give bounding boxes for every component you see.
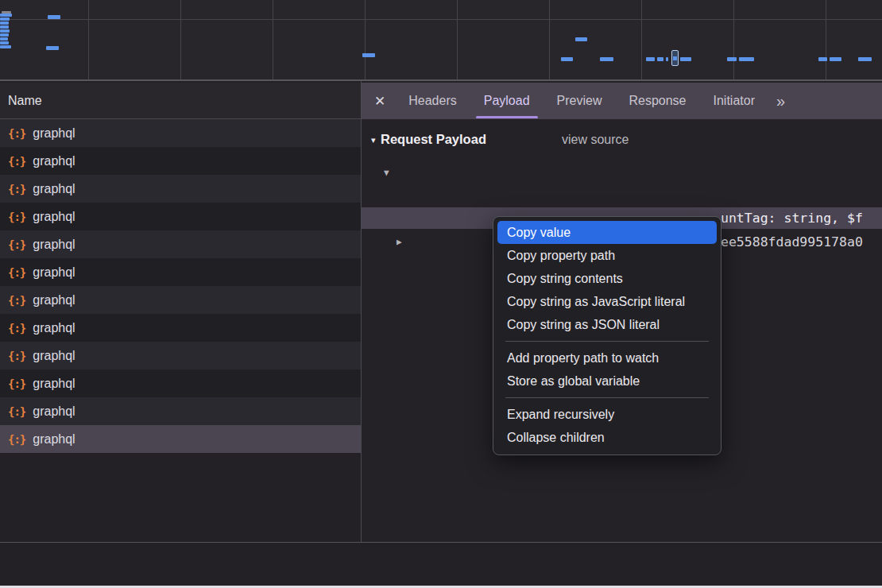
selected-request-marker <box>671 50 679 66</box>
menu-separator <box>505 341 709 342</box>
request-row[interactable]: {:}graphql <box>0 119 361 147</box>
json-type-icon: {:} <box>8 211 25 223</box>
overview-gridline <box>641 0 642 79</box>
detail-tab-bar: ✕ Headers Payload Preview Response Initi… <box>362 83 882 119</box>
request-row[interactable]: {:}graphql <box>0 258 361 286</box>
waterfall-bar <box>0 37 8 41</box>
context-menu-item[interactable]: Add property path to watch <box>497 346 717 369</box>
json-type-icon: {:} <box>8 294 25 307</box>
request-row[interactable]: {:}graphql <box>0 203 361 230</box>
section-collapse-icon[interactable]: ▾ <box>371 135 376 145</box>
waterfall-bar <box>0 29 10 33</box>
json-type-icon: {:} <box>8 322 25 335</box>
waterfall-bar <box>362 53 375 57</box>
payload-operationname-row[interactable]: operationName: "ipFlowTimeseries" <box>362 186 882 207</box>
context-menu-item[interactable]: Expand recursively <box>497 403 717 426</box>
context-menu-item[interactable]: Store as global variable <box>497 369 717 393</box>
request-row[interactable]: {:}graphql <box>0 397 361 425</box>
waterfall-bar <box>739 57 754 61</box>
more-tabs-icon[interactable]: » <box>770 92 791 110</box>
view-source-link[interactable]: view source <box>562 133 629 147</box>
waterfall-bar <box>0 17 10 21</box>
overview-row-divider <box>0 19 882 20</box>
context-menu-item[interactable]: Copy string as JSON literal <box>497 313 717 336</box>
context-menu-item[interactable]: Copy string as JavaScript literal <box>497 290 717 313</box>
overview-gridline <box>826 0 826 79</box>
context-menu-item[interactable]: Copy value <box>497 221 717 244</box>
request-row[interactable]: {:}graphql <box>0 369 361 397</box>
overview-gridline <box>365 0 366 79</box>
json-type-icon: {:} <box>8 433 25 446</box>
tab-preview[interactable]: Preview <box>545 83 614 119</box>
json-type-icon: {:} <box>8 238 25 251</box>
waterfall-bar <box>657 57 663 61</box>
request-list: {:}graphql{:}graphql{:}graphql{:}graphql… <box>0 119 361 542</box>
waterfall-bar <box>575 37 587 41</box>
request-name: graphql <box>33 349 75 363</box>
request-row[interactable]: {:}graphql <box>0 175 361 203</box>
request-name: graphql <box>33 182 75 196</box>
tab-headers[interactable]: Headers <box>397 83 468 119</box>
waterfall-bar <box>48 15 60 19</box>
waterfall-bar <box>830 57 841 61</box>
tab-initiator[interactable]: Initiator <box>702 83 767 119</box>
overview-gridline <box>549 0 550 79</box>
name-column-header[interactable]: Name <box>0 83 362 119</box>
json-type-icon: {:} <box>8 405 25 418</box>
request-name: graphql <box>33 321 75 335</box>
expanded-arrow-icon[interactable]: ▼ <box>384 162 389 184</box>
waterfall-bar <box>0 41 9 44</box>
overview-gridline <box>180 0 181 79</box>
json-type-icon: {:} <box>8 155 25 168</box>
waterfall-bar <box>0 45 11 48</box>
name-column-label: Name <box>8 94 42 108</box>
tab-response[interactable]: Response <box>617 83 698 119</box>
overview-gridline <box>457 0 458 79</box>
waterfall-bar <box>0 33 9 37</box>
waterfall-bar <box>561 57 573 61</box>
request-row[interactable]: {:}graphql <box>0 230 361 258</box>
context-menu: Copy valueCopy property pathCopy string … <box>493 216 721 455</box>
waterfall-bar <box>727 57 737 61</box>
context-menu-item[interactable]: Copy property path <box>497 244 717 267</box>
request-row[interactable]: {:}graphql <box>0 286 361 314</box>
request-row[interactable]: {:}graphql <box>0 147 361 175</box>
request-row[interactable]: {:}graphql <box>0 425 361 453</box>
payload-root-row[interactable]: ▼ {operationName: "ipFlowTimeseries", va… <box>362 162 882 184</box>
request-name: graphql <box>33 432 75 447</box>
property-value-truncated: ee5588fdad995178a0 <box>721 231 863 253</box>
collapsed-arrow-icon[interactable]: ▶ <box>397 231 402 253</box>
waterfall-bar <box>0 25 9 29</box>
json-type-icon: {:} <box>8 377 25 390</box>
context-menu-item[interactable]: Copy string contents <box>497 267 717 290</box>
request-payload-section: ▾ Request Payload view source <box>362 132 882 151</box>
json-type-icon: {:} <box>8 350 25 362</box>
waterfall-bar <box>858 57 872 61</box>
section-title: Request Payload <box>381 132 486 147</box>
waterfall-bar <box>0 21 9 25</box>
tab-payload[interactable]: Payload <box>472 83 542 119</box>
network-overview[interactable] <box>0 0 882 81</box>
request-name: graphql <box>33 154 75 168</box>
property-value-truncated: untTag: string, $f <box>721 207 863 229</box>
context-menu-item[interactable]: Collapse children <box>497 426 717 449</box>
waterfall-bar <box>0 14 12 17</box>
waterfall-bar <box>818 57 827 61</box>
request-row[interactable]: {:}graphql <box>0 342 361 369</box>
request-name: graphql <box>33 126 75 141</box>
devtools-network-panel: Name ✕ Headers Payload Preview Response … <box>0 0 882 588</box>
request-name: graphql <box>33 210 75 224</box>
panel-divider[interactable] <box>361 81 362 586</box>
overview-gridline <box>733 0 734 79</box>
json-type-icon: {:} <box>8 127 25 140</box>
waterfall-bar <box>600 57 613 61</box>
request-name: graphql <box>33 404 75 419</box>
menu-separator <box>505 397 709 398</box>
waterfall-bar <box>666 57 668 61</box>
close-icon[interactable]: ✕ <box>374 93 385 110</box>
selected-request-marker-bar <box>673 56 677 60</box>
json-type-icon: {:} <box>8 266 25 279</box>
request-name: graphql <box>33 293 75 308</box>
status-footer <box>0 543 882 586</box>
request-row[interactable]: {:}graphql <box>0 314 361 342</box>
